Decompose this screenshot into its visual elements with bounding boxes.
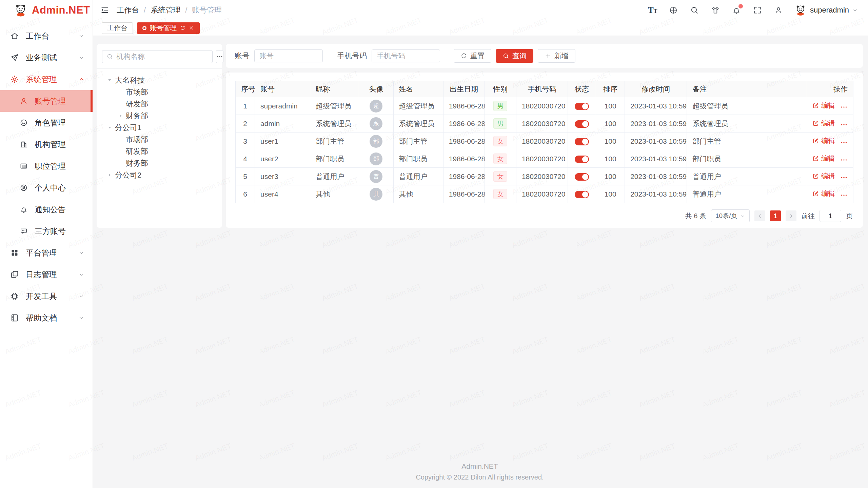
avatar: 部 bbox=[370, 152, 382, 165]
font-size-button[interactable]: TT bbox=[648, 6, 657, 15]
profile-button[interactable] bbox=[774, 6, 783, 15]
sidebar-item-log-manage[interactable]: 日志管理 bbox=[0, 264, 93, 285]
row-more-button[interactable] bbox=[840, 139, 848, 146]
sidebar-item-help-docs[interactable]: 帮助文档 bbox=[0, 307, 93, 329]
tree-node-org-yanfabu-2[interactable]: 研发部 bbox=[102, 145, 217, 157]
sidebar-item-label: 机构管理 bbox=[35, 139, 84, 150]
prev-page-button[interactable] bbox=[754, 210, 765, 221]
search-button[interactable] bbox=[690, 6, 699, 15]
language-button[interactable] bbox=[669, 6, 678, 15]
edit-button[interactable]: 编辑 bbox=[812, 171, 835, 181]
sidebar-item-position-manage[interactable]: 职位管理 bbox=[0, 155, 93, 177]
edit-button[interactable]: 编辑 bbox=[812, 119, 835, 128]
breadcrumb-item[interactable]: 系统管理 bbox=[151, 5, 180, 15]
tab-refresh-icon[interactable] bbox=[180, 25, 185, 31]
status-toggle[interactable] bbox=[575, 120, 589, 128]
status-toggle[interactable] bbox=[575, 138, 589, 145]
edit-button[interactable]: 编辑 bbox=[812, 136, 835, 145]
sidebar-item-personal-center[interactable]: 个人中心 bbox=[0, 177, 93, 199]
tree-node-org-damingkeji[interactable]: 大名科技 bbox=[102, 74, 217, 86]
row-more-button[interactable] bbox=[840, 156, 848, 164]
phone-filter-input[interactable] bbox=[372, 49, 440, 62]
tree-node-org-caiwubu-2[interactable]: 财务部 bbox=[102, 157, 217, 169]
user-menu[interactable]: superadmin bbox=[794, 4, 858, 16]
edit-button[interactable]: 编辑 bbox=[812, 154, 835, 163]
row-more-button[interactable] bbox=[840, 121, 848, 128]
tree-node-org-shichangbu-1[interactable]: 市场部 bbox=[102, 86, 217, 98]
sidebar-item-label: 帮助文档 bbox=[26, 313, 78, 323]
tree-node-org-shichangbu-2[interactable]: 市场部 bbox=[102, 134, 217, 145]
row-more-button[interactable] bbox=[840, 191, 848, 199]
tab-close-icon[interactable] bbox=[189, 25, 194, 31]
caret-right-icon[interactable] bbox=[107, 172, 113, 178]
cell-nickname: 部门主管 bbox=[310, 133, 359, 150]
cell-phone: 18020030720 bbox=[516, 168, 568, 185]
row-more-button[interactable] bbox=[840, 174, 848, 181]
caret-down-icon[interactable] bbox=[107, 77, 113, 83]
username: superadmin bbox=[810, 6, 849, 15]
search-button[interactable]: 查询 bbox=[496, 49, 533, 63]
sidebar-item-system-manage[interactable]: 系统管理 bbox=[0, 68, 93, 90]
cell-nickname: 普通用户 bbox=[310, 168, 359, 185]
fullscreen-button[interactable] bbox=[753, 6, 762, 15]
theme-button[interactable] bbox=[711, 6, 720, 15]
tree-node-org-fengongsi2[interactable]: 分公司2 bbox=[102, 169, 217, 181]
sidebar-item-label: 日志管理 bbox=[26, 269, 78, 280]
next-page-button[interactable] bbox=[786, 210, 796, 221]
cell-modified: 2023-01-03 10:59:44 bbox=[625, 115, 687, 133]
sidebar-item-business-test[interactable]: 业务测试 bbox=[0, 47, 93, 68]
org-more-button[interactable] bbox=[216, 50, 223, 63]
page-1-button[interactable]: 1 bbox=[770, 210, 781, 221]
status-toggle[interactable] bbox=[575, 173, 589, 181]
edit-icon bbox=[812, 120, 819, 126]
add-button[interactable]: 新增 bbox=[538, 49, 575, 63]
sidebar-item-account-manage[interactable]: 账号管理 bbox=[0, 90, 93, 112]
edit-button[interactable]: 编辑 bbox=[812, 189, 835, 198]
sidebar-item-dev-tools[interactable]: 开发工具 bbox=[0, 285, 93, 307]
status-toggle[interactable] bbox=[575, 191, 589, 198]
status-toggle[interactable] bbox=[575, 156, 589, 163]
column-header-avatar: 头像 bbox=[359, 81, 393, 97]
sidebar-item-workbench[interactable]: 工作台 bbox=[0, 25, 93, 47]
tree-node-org-caiwubu-1[interactable]: 财务部 bbox=[102, 110, 217, 122]
page-size-select[interactable]: 10条/页 bbox=[711, 209, 750, 222]
sidebar-item-platform-manage[interactable]: 平台管理 bbox=[0, 242, 93, 264]
notification-button[interactable] bbox=[732, 6, 741, 15]
tree-node-org-fengongsi1[interactable]: 分公司1 bbox=[102, 122, 217, 134]
org-search-input[interactable] bbox=[116, 53, 208, 61]
tree-node-org-yanfabu-1[interactable]: 研发部 bbox=[102, 98, 217, 110]
user-icon bbox=[20, 97, 28, 105]
cell-birth: 1986-06-28 bbox=[443, 133, 485, 150]
sidebar-item-org-manage[interactable]: 机构管理 bbox=[0, 134, 93, 155]
reset-button[interactable]: 重置 bbox=[454, 49, 491, 63]
sidebar-item-label: 业务测试 bbox=[26, 53, 78, 63]
caret-right-icon[interactable] bbox=[118, 113, 123, 119]
sidebar-item-label: 工作台 bbox=[26, 31, 78, 41]
edit-icon bbox=[812, 155, 819, 162]
sidebar-item-notice[interactable]: 通知公告 bbox=[0, 199, 93, 220]
collapse-menu-icon[interactable] bbox=[100, 6, 109, 15]
cell-order: 100 bbox=[596, 185, 625, 203]
account-filter-input[interactable] bbox=[254, 49, 323, 62]
gender-tag: 女 bbox=[493, 189, 507, 200]
filter-bar: 账号 手机号码 重置 查询 bbox=[226, 44, 863, 68]
caret-down-icon[interactable] bbox=[107, 125, 113, 130]
table-card: 序号账号昵称头像姓名出生日期性别手机号码状态排序修改时间备注操作1superad… bbox=[226, 73, 863, 228]
goto-page-input[interactable] bbox=[820, 210, 841, 222]
chevron-down-icon bbox=[78, 315, 84, 321]
tab-account-manage[interactable]: 账号管理 bbox=[137, 22, 200, 34]
sidebar-item-role-manage[interactable]: 角色管理 bbox=[0, 112, 93, 134]
edit-button[interactable]: 编辑 bbox=[812, 101, 835, 110]
status-toggle[interactable] bbox=[575, 103, 589, 110]
tab-workbench[interactable]: 工作台 bbox=[102, 22, 133, 34]
breadcrumb-item[interactable]: 工作台 bbox=[117, 5, 139, 15]
pagination: 共 6 条 10条/页 1 前 bbox=[235, 203, 853, 229]
org-search-input-wrap bbox=[102, 50, 213, 63]
footer-title: Admin.NET bbox=[97, 462, 863, 470]
fullscreen-icon bbox=[753, 6, 762, 15]
app-logo: Admin.NET bbox=[0, 0, 93, 20]
sidebar-item-third-account[interactable]: 三方账号 bbox=[0, 220, 93, 242]
language-icon bbox=[669, 6, 678, 15]
row-more-button[interactable] bbox=[840, 103, 848, 111]
cell-order: 100 bbox=[596, 115, 625, 133]
